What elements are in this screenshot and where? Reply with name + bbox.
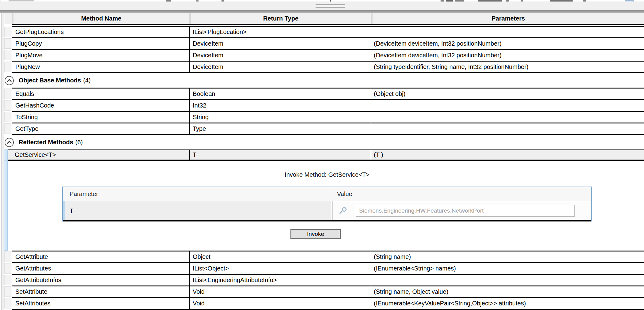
parameter-name: T — [70, 207, 73, 214]
method-row[interactable]: GetAttribute Object (String name) — [4, 251, 644, 263]
methods-grid: Method Name Return Type Parameters GetPl… — [4, 13, 644, 310]
section-title: Object Base Methods — [19, 77, 81, 84]
parameter-row-accent — [63, 201, 65, 220]
row-gutter — [4, 251, 12, 263]
invoke-method-panel: Invoke Method: GetService<T> Parameter V… — [4, 161, 644, 251]
parameters-cell: (T ) — [371, 149, 644, 161]
parameters-cell — [371, 275, 644, 286]
column-header-method-name[interactable]: Method Name — [12, 13, 189, 24]
method-row[interactable]: SetAttributes Void (IEnumerable<KeyValue… — [4, 298, 644, 310]
parameters-cell — [371, 100, 644, 112]
method-row[interactable]: ToString String — [4, 112, 644, 123]
method-row[interactable]: PlugNew DeviceItem (String typeIdentifie… — [4, 62, 644, 73]
grid-header-row: Method Name Return Type Parameters — [4, 13, 644, 24]
parameters-cell: (String typeIdentifier, String name, Int… — [371, 62, 644, 73]
selected-row-gutter — [4, 149, 8, 161]
row-details-accent-strip — [4, 161, 8, 251]
row-gutter — [4, 38, 12, 50]
row-gutter — [4, 112, 12, 123]
splitter-handle[interactable] — [316, 4, 345, 9]
invoke-table-header: Parameter Value — [63, 187, 591, 201]
parameter-value-input[interactable] — [356, 205, 575, 217]
method-row[interactable]: GetHashCode Int32 — [4, 100, 644, 112]
panel-top-edge — [0, 10, 644, 13]
return-type-cell: Void — [189, 286, 371, 298]
section-header-object-base-methods[interactable]: Object Base Methods (4) — [4, 73, 644, 88]
section-title: Reflected Methods — [19, 139, 73, 146]
return-type-cell: Int32 — [189, 100, 371, 112]
method-row[interactable]: GetPlugLocations IList<PlugLocation> — [4, 27, 644, 38]
return-type-cell: IList<PlugLocation> — [189, 27, 371, 38]
method-name-cell: Equals — [12, 88, 189, 100]
parameters-cell — [371, 112, 644, 123]
parameters-cell: (DeviceItem deviceItem, Int32 positionNu… — [371, 50, 644, 62]
parameter-column-header: Parameter — [63, 187, 332, 201]
method-rows-top: GetPlugLocations IList<PlugLocation> Plu… — [4, 27, 644, 73]
column-header-return-type[interactable]: Return Type — [189, 13, 371, 24]
parameters-cell: (Object obj) — [371, 88, 644, 100]
invoke-panel-title: Invoke Method: GetService<T> — [62, 161, 592, 179]
method-name-cell: PlugNew — [12, 62, 189, 73]
selected-method-row[interactable]: GetService<T> T (T ) — [4, 149, 644, 161]
row-gutter — [4, 123, 12, 135]
return-type-cell: Void — [189, 298, 371, 310]
method-row[interactable]: GetType Type — [4, 123, 644, 135]
header-separator — [12, 24, 644, 27]
parameters-cell: (IEnumerable<String> names) — [371, 263, 644, 275]
invoke-parameters-table: Parameter Value T — [62, 187, 592, 221]
method-row[interactable]: Equals Boolean (Object obj) — [4, 88, 644, 100]
parameters-cell: (String name, Object value) — [371, 286, 644, 298]
invoke-parameter-row: T — [63, 201, 591, 221]
parameter-name-cell: T — [63, 201, 332, 220]
section-count: (4) — [83, 77, 90, 84]
splitter-band — [0, 2, 644, 10]
method-name-cell: SetAttribute — [12, 286, 189, 298]
parameters-cell: (String name) — [371, 251, 644, 263]
method-row[interactable]: GetAttributeInfos IList<EngineeringAttri… — [4, 275, 644, 286]
return-type-cell: DeviceItem — [189, 62, 371, 73]
row-gutter — [4, 100, 12, 112]
method-name-cell: GetAttributeInfos — [12, 275, 189, 286]
method-row[interactable]: PlugCopy DeviceItem (DeviceItem deviceIt… — [4, 38, 644, 50]
method-name-cell: SetAttributes — [12, 298, 189, 310]
return-type-cell: Boolean — [189, 88, 371, 100]
method-name-cell: GetService<T> — [8, 149, 189, 161]
method-rows-object-base: Equals Boolean (Object obj) GetHashCode … — [4, 88, 644, 135]
collapse-chevron-up-icon[interactable] — [5, 76, 14, 85]
parameters-cell — [371, 123, 644, 135]
return-type-cell: T — [189, 149, 371, 161]
method-name-cell: ToString — [12, 112, 189, 123]
invoke-button[interactable]: Invoke — [290, 229, 341, 239]
method-name-cell: GetAttributes — [12, 263, 189, 275]
method-row[interactable]: SetAttribute Void (String name, Object v… — [4, 286, 644, 298]
row-gutter — [4, 298, 12, 310]
section-header-reflected-methods[interactable]: Reflected Methods (6) — [4, 135, 644, 149]
return-type-cell: DeviceItem — [189, 38, 371, 50]
method-row[interactable]: PlugMove DeviceItem (DeviceItem deviceIt… — [4, 50, 644, 62]
column-header-parameters[interactable]: Parameters — [371, 13, 644, 24]
method-row[interactable]: GetAttributes IList<Object> (IEnumerable… — [4, 263, 644, 275]
method-name-cell: GetType — [12, 123, 189, 135]
header-gutter — [4, 13, 12, 24]
row-gutter — [4, 263, 12, 275]
parameter-value-cell — [332, 201, 591, 220]
parameters-cell: (DeviceItem deviceItem, Int32 positionNu… — [371, 38, 644, 50]
row-gutter — [4, 286, 12, 298]
method-name-cell: PlugCopy — [12, 38, 189, 50]
method-name-cell: GetHashCode — [12, 100, 189, 112]
return-type-cell: DeviceItem — [189, 50, 371, 62]
value-column-header: Value — [332, 187, 591, 201]
return-type-cell: IList<Object> — [189, 263, 371, 275]
method-name-cell: PlugMove — [12, 50, 189, 62]
row-gutter — [4, 50, 12, 62]
row-gutter — [4, 27, 12, 38]
return-type-cell: String — [189, 112, 371, 123]
method-name-cell: GetPlugLocations — [12, 27, 189, 38]
parameters-cell — [371, 27, 644, 38]
search-icon[interactable] — [339, 207, 347, 215]
method-name-cell: GetAttribute — [12, 251, 189, 263]
window-left-border — [2, 13, 4, 310]
row-gutter — [4, 62, 12, 73]
return-type-cell: Object — [189, 251, 371, 263]
collapse-chevron-up-icon[interactable] — [5, 138, 14, 147]
